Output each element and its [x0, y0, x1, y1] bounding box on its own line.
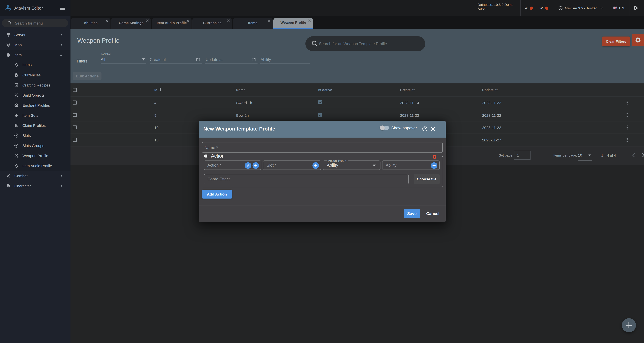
svg-text:$: $ — [16, 74, 17, 76]
